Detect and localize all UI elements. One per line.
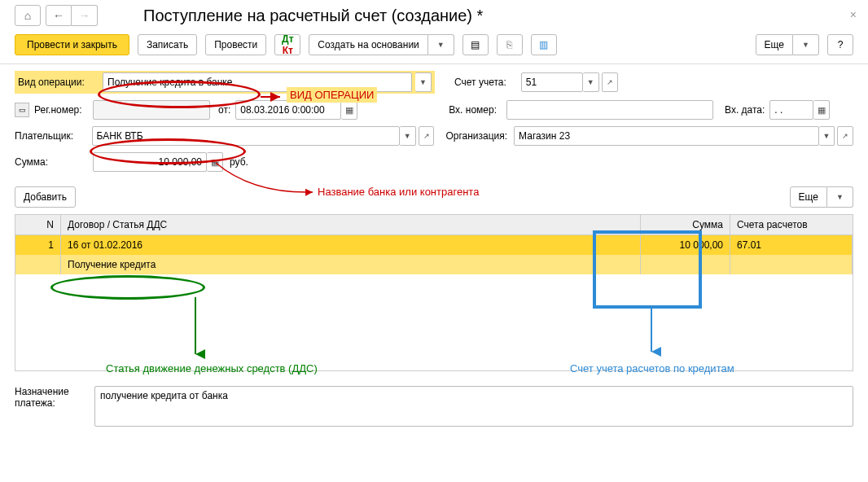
attachment-button[interactable]: ⎘ — [497, 34, 523, 55]
td-sum: 10 000,00 — [641, 235, 730, 255]
more-dropdown[interactable]: ▼ — [793, 34, 819, 55]
op-type-label: Вид операции: — [18, 77, 96, 88]
lines-table: N Договор / Статья ДДС Сумма Счета расче… — [15, 214, 853, 371]
td-n-blank — [15, 255, 61, 274]
add-row-button[interactable]: Добавить — [15, 186, 76, 208]
op-type-value: Получение кредита в банке — [107, 77, 232, 88]
arrow-right-icon: → — [79, 9, 90, 22]
org-dropdown[interactable]: ▼ — [819, 126, 835, 146]
reg-label: Рег.номер: — [34, 104, 93, 116]
reg-date-calendar[interactable]: ▦ — [341, 100, 357, 120]
td-contract-bottom: Получение кредита — [61, 255, 641, 274]
table-row[interactable]: 1 16 от 01.02.2016 10 000,00 67.01 — [15, 235, 853, 255]
post-and-close-button[interactable]: Провести и закрыть — [15, 34, 129, 55]
amount-calc[interactable]: ▦ — [207, 152, 223, 172]
th-accounts: Счета расчетов — [730, 215, 853, 234]
reg-date-field[interactable]: 08.03.2016 0:00:00 — [235, 100, 341, 120]
acct-dropdown[interactable]: ▼ — [583, 72, 599, 92]
td-account: 67.01 — [730, 235, 853, 255]
acct-label: Счет учета: — [454, 77, 506, 88]
payer-dropdown[interactable]: ▼ — [400, 126, 416, 146]
payer-label: Плательщик: — [15, 130, 92, 142]
td-n: 1 — [15, 235, 61, 255]
org-label: Организация: — [445, 130, 507, 142]
table-row[interactable]: Получение кредита — [15, 255, 853, 274]
home-icon: ⌂ — [24, 9, 31, 22]
create-based-on-dropdown[interactable]: ▼ — [428, 34, 454, 55]
in-number-label: Вх. номер: — [449, 104, 497, 116]
list-icon: ▥ — [539, 39, 548, 50]
acct-open[interactable]: ↗ — [602, 72, 618, 92]
page-title: Поступление на расчетный счет (создание)… — [143, 7, 483, 25]
arrow-left-icon: ← — [53, 9, 64, 22]
table-more-button[interactable]: Еще — [790, 186, 827, 208]
acct-field[interactable]: 51 — [521, 72, 583, 92]
op-type-field[interactable]: Получение кредита в банке — [103, 72, 412, 92]
dtkt-button[interactable]: ДтКт — [274, 34, 300, 55]
chevron-down-icon: ▼ — [802, 41, 809, 49]
more-button[interactable]: Еще — [756, 34, 793, 55]
dtkt-icon: ДтКт — [282, 33, 293, 56]
payer-open[interactable]: ↗ — [419, 126, 435, 146]
document-icon: ▤ — [471, 39, 480, 50]
back-button[interactable]: ← — [46, 5, 72, 26]
purpose-field[interactable]: получение кредита от банка — [94, 386, 853, 427]
reg-icon: ▭ — [15, 103, 29, 117]
org-field[interactable]: Магазин 23 — [514, 126, 818, 146]
help-icon: ? — [838, 39, 844, 50]
paperclip-icon: ⎘ — [506, 39, 512, 50]
reg-number-field[interactable] — [93, 100, 210, 120]
report-icon-button[interactable]: ▤ — [462, 34, 489, 55]
close-button[interactable]: × — [850, 8, 857, 21]
th-contract: Договор / Статья ДДС — [61, 215, 641, 234]
th-n: N — [15, 215, 61, 234]
reg-from-label: от: — [218, 104, 230, 116]
home-button[interactable]: ⌂ — [15, 5, 41, 26]
post-button[interactable]: Провести — [205, 34, 266, 55]
chevron-down-icon: ▼ — [836, 193, 844, 201]
table-header: N Договор / Статья ДДС Сумма Счета расче… — [15, 215, 853, 235]
payer-field[interactable]: БАНК ВТБ — [92, 126, 400, 146]
th-sum: Сумма — [641, 215, 730, 234]
org-open[interactable]: ↗ — [837, 126, 853, 146]
amount-currency: руб. — [230, 156, 248, 168]
table-more-dropdown[interactable]: ▼ — [827, 186, 853, 208]
create-based-on-button[interactable]: Создать на основании — [309, 34, 428, 55]
list-icon-button[interactable]: ▥ — [531, 34, 557, 55]
in-date-calendar[interactable]: ▦ — [813, 100, 830, 120]
help-button[interactable]: ? — [827, 34, 853, 55]
td-account-blank — [730, 255, 853, 274]
in-date-field[interactable]: . . — [769, 100, 813, 120]
write-button[interactable]: Записать — [138, 34, 197, 55]
forward-button[interactable]: → — [72, 5, 98, 26]
amount-label: Сумма: — [15, 156, 93, 168]
op-type-dropdown[interactable]: ▼ — [415, 72, 432, 92]
in-date-label: Вх. дата: — [725, 104, 765, 116]
chevron-down-icon: ▼ — [437, 41, 445, 49]
td-contract-top: 16 от 01.02.2016 — [61, 235, 641, 255]
amount-field[interactable]: 10 000,00 — [93, 152, 207, 172]
td-sum-blank — [641, 255, 730, 274]
in-number-field[interactable] — [506, 100, 713, 120]
purpose-label: Назначение платежа: — [15, 386, 85, 427]
table-blank-area[interactable] — [15, 274, 853, 370]
